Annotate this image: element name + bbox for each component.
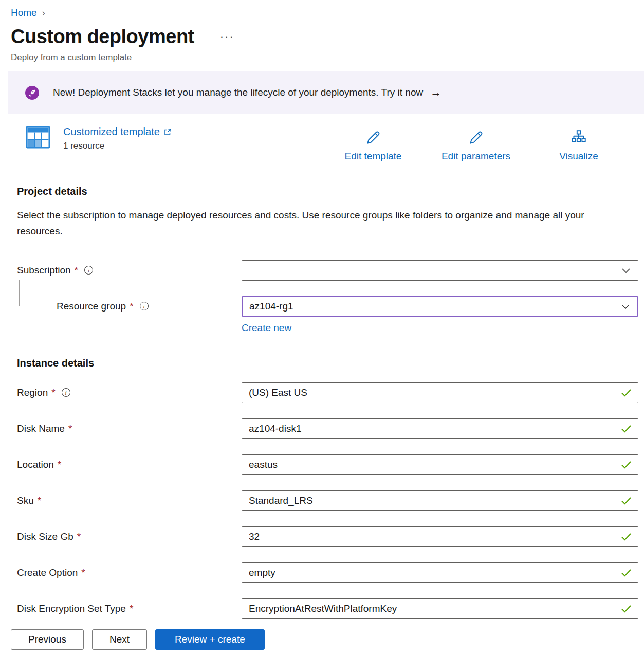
valid-check-icon bbox=[621, 461, 632, 469]
disk-name-label-group: Disk Name * bbox=[17, 423, 242, 434]
template-name-label: Customized template bbox=[63, 126, 160, 138]
breadcrumb-chevron-icon: › bbox=[42, 8, 45, 19]
breadcrumb-home-link[interactable]: Home bbox=[11, 7, 37, 19]
resource-group-label: Resource group bbox=[57, 301, 126, 312]
required-marker: * bbox=[77, 531, 81, 542]
sku-label-group: Sku * bbox=[17, 495, 242, 506]
disk-name-label: Disk Name bbox=[17, 423, 65, 434]
region-label: Region bbox=[17, 387, 48, 398]
pencil-icon bbox=[364, 129, 382, 147]
sku-field-row: Sku * Standard_LRS bbox=[17, 490, 644, 511]
region-input[interactable]: (US) East US bbox=[242, 382, 638, 403]
valid-check-icon bbox=[621, 497, 632, 505]
info-icon[interactable] bbox=[140, 302, 149, 310]
resource-group-field-row: Resource group * az104-rg1 bbox=[17, 296, 644, 317]
disk-encryption-set-type-value: EncryptionAtRestWithPlatformKey bbox=[242, 603, 621, 614]
disk-name-input[interactable]: az104-disk1 bbox=[242, 418, 638, 439]
disk-encryption-set-type-label: Disk Encryption Set Type bbox=[17, 603, 126, 614]
page-subtitle: Deploy from a custom template bbox=[11, 52, 644, 63]
disk-encryption-set-type-label-group: Disk Encryption Set Type * bbox=[17, 603, 242, 614]
customized-template-link[interactable]: Customized template bbox=[63, 126, 172, 138]
edit-template-label: Edit template bbox=[345, 151, 402, 162]
page-header: Custom deployment ··· bbox=[11, 26, 644, 48]
breadcrumb: Home › bbox=[0, 0, 644, 19]
disk-name-field-row: Disk Name * az104-disk1 bbox=[17, 418, 644, 439]
edit-parameters-label: Edit parameters bbox=[441, 151, 510, 162]
create-option-label: Create Option bbox=[17, 567, 78, 578]
banner-message: New! Deployment Stacks let you manage th… bbox=[53, 87, 423, 98]
chevron-down-icon bbox=[621, 266, 631, 275]
instance-details-heading: Instance details bbox=[17, 357, 644, 369]
template-resource-count: 1 resource bbox=[63, 141, 172, 151]
info-icon[interactable] bbox=[84, 266, 93, 275]
subscription-label-group: Subscription * bbox=[17, 265, 242, 276]
disk-size-gb-value: 32 bbox=[242, 531, 621, 542]
template-actions: Edit template Edit parameters bbox=[322, 126, 630, 162]
edit-parameters-button[interactable]: Edit parameters bbox=[425, 126, 527, 162]
subscription-dropdown[interactable] bbox=[242, 260, 638, 281]
required-marker: * bbox=[130, 603, 133, 614]
disk-size-gb-input[interactable]: 32 bbox=[242, 526, 638, 547]
external-link-icon bbox=[163, 128, 172, 136]
page-title: Custom deployment bbox=[11, 26, 194, 48]
tree-connector-line bbox=[19, 280, 52, 306]
sku-value: Standard_LRS bbox=[242, 495, 621, 506]
overflow-menu-icon[interactable]: ··· bbox=[220, 30, 234, 44]
required-marker: * bbox=[130, 301, 133, 312]
valid-check-icon bbox=[621, 389, 632, 397]
valid-check-icon bbox=[621, 569, 632, 577]
visualize-button[interactable]: Visualize bbox=[527, 126, 630, 162]
required-marker: * bbox=[81, 567, 85, 578]
info-icon[interactable] bbox=[62, 388, 70, 397]
visualize-label: Visualize bbox=[559, 151, 598, 162]
location-field-row: Location * eastus bbox=[17, 454, 644, 475]
banner-arrow-icon[interactable]: → bbox=[430, 86, 441, 99]
region-value: (US) East US bbox=[242, 387, 621, 398]
resource-group-value: az104-rg1 bbox=[243, 301, 620, 312]
template-info: Customized template 1 resource bbox=[63, 126, 172, 151]
disk-encryption-set-type-input[interactable]: EncryptionAtRestWithPlatformKey bbox=[242, 598, 638, 619]
next-button[interactable]: Next bbox=[92, 629, 147, 650]
required-marker: * bbox=[58, 459, 61, 470]
edit-template-button[interactable]: Edit template bbox=[322, 126, 425, 162]
template-section: Customized template 1 resource Edit temp… bbox=[26, 126, 636, 162]
sku-input[interactable]: Standard_LRS bbox=[242, 490, 638, 511]
previous-button[interactable]: Previous bbox=[11, 629, 84, 650]
deployment-stacks-banner: New! Deployment Stacks let you manage th… bbox=[8, 71, 644, 114]
pencil-icon bbox=[467, 129, 485, 147]
disk-size-gb-label: Disk Size Gb bbox=[17, 531, 73, 542]
create-new-link[interactable]: Create new bbox=[242, 322, 291, 334]
create-option-field-row: Create Option * empty bbox=[17, 562, 644, 583]
valid-check-icon bbox=[621, 605, 632, 613]
resource-group-dropdown[interactable]: az104-rg1 bbox=[242, 296, 638, 317]
required-marker: * bbox=[68, 423, 72, 434]
subscription-label: Subscription bbox=[17, 265, 71, 276]
project-details-heading: Project details bbox=[17, 186, 644, 197]
required-marker: * bbox=[38, 495, 41, 506]
create-option-input[interactable]: empty bbox=[242, 562, 638, 583]
required-marker: * bbox=[75, 265, 78, 276]
disk-encryption-set-type-field-row: Disk Encryption Set Type * EncryptionAtR… bbox=[17, 598, 644, 619]
required-marker: * bbox=[51, 387, 55, 398]
location-value: eastus bbox=[242, 459, 621, 470]
disk-size-gb-field-row: Disk Size Gb * 32 bbox=[17, 526, 644, 547]
valid-check-icon bbox=[621, 533, 632, 541]
subscription-field-row: Subscription * bbox=[17, 260, 644, 281]
create-option-label-group: Create Option * bbox=[17, 567, 242, 578]
rocket-icon bbox=[25, 86, 39, 100]
location-label-group: Location * bbox=[17, 459, 242, 470]
region-field-row: Region * (US) East US bbox=[17, 382, 644, 403]
sku-label: Sku bbox=[17, 495, 34, 506]
create-option-value: empty bbox=[242, 567, 621, 578]
footer-action-bar: Previous Next Review + create bbox=[0, 621, 644, 658]
review-create-button[interactable]: Review + create bbox=[155, 629, 265, 650]
disk-name-value: az104-disk1 bbox=[242, 423, 621, 434]
region-label-group: Region * bbox=[17, 387, 242, 398]
project-details-description: Select the subscription to manage deploy… bbox=[17, 207, 616, 240]
chevron-down-icon bbox=[620, 302, 631, 311]
valid-check-icon bbox=[621, 425, 632, 433]
disk-size-gb-label-group: Disk Size Gb * bbox=[17, 531, 242, 542]
location-input[interactable]: eastus bbox=[242, 454, 638, 475]
location-label: Location bbox=[17, 459, 54, 470]
hierarchy-icon bbox=[570, 129, 587, 147]
